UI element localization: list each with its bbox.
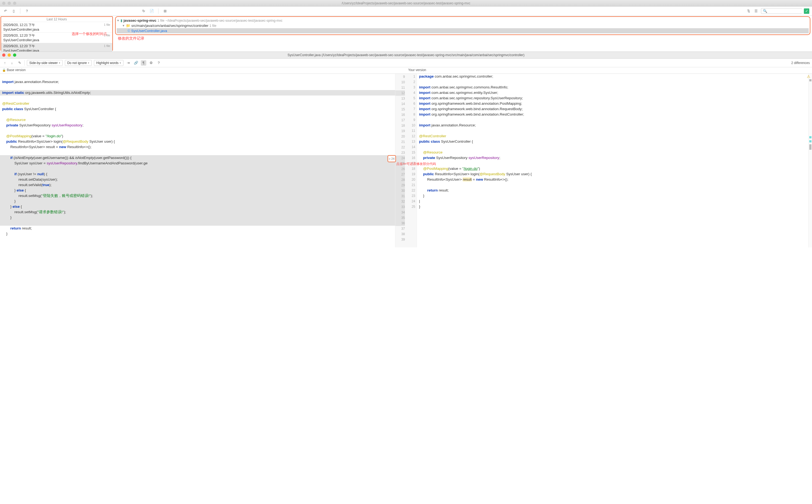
gear-icon[interactable]: ⚙: [148, 60, 154, 66]
code-line[interactable]: if (sysUser != null) {: [0, 171, 395, 177]
checkmark-icon[interactable]: ✓: [804, 8, 809, 14]
close-dot[interactable]: [2, 2, 5, 5]
help-icon[interactable]: ?: [24, 8, 30, 14]
whitespace-icon[interactable]: ¶: [141, 60, 146, 66]
code-line[interactable]: if (isNotEmpty(user.getUsername()) && is…: [0, 155, 395, 161]
code-line[interactable]: @PostMapping(value = "/login.do"): [0, 133, 395, 139]
copy-icon[interactable]: 📄: [149, 8, 154, 14]
refresh-icon[interactable]: ↻: [141, 8, 146, 14]
apply-change-button[interactable]: 24: [387, 155, 396, 162]
code-line[interactable]: }: [0, 215, 395, 220]
code-line[interactable]: [0, 85, 395, 90]
scroll-strip[interactable]: ⚠: [808, 74, 812, 247]
code-line[interactable]: |: [417, 199, 808, 204]
code-line[interactable]: result.setMsg("请求参数错误!");: [0, 209, 395, 215]
viewer-mode-dropdown[interactable]: Side-by-side viewer: [27, 60, 63, 66]
gutter-line-number: 11: [395, 85, 405, 90]
right-code-area[interactable]: package com.anbai.sec.springmvc.controll…: [417, 74, 808, 247]
strip-mark[interactable]: [809, 144, 811, 150]
collapse-icon[interactable]: ⇥: [126, 60, 131, 66]
code-line[interactable]: [417, 161, 808, 166]
max-dot[interactable]: [13, 53, 16, 57]
code-line[interactable]: [0, 128, 395, 133]
code-line[interactable]: package com.anbai.sec.springmvc.controll…: [417, 74, 808, 79]
code-line[interactable]: import com.anbai.sec.springmvc.commons.R…: [417, 85, 808, 90]
code-line[interactable]: }: [0, 231, 395, 237]
code-line[interactable]: ResultInfo<SysUser> result = new ResultI…: [417, 177, 808, 182]
filter-icon[interactable]: ⊞: [162, 8, 168, 14]
left-code-area[interactable]: import javax.annotation.Resource; import…: [0, 74, 395, 247]
tree-root-row[interactable]: ▼ ▮ javasec-spring-mvc 1 file ~/IdeaProj…: [117, 18, 809, 23]
code-line[interactable]: }: [417, 204, 808, 209]
code-line[interactable]: SysUser sysUser = sysUserRepository.find…: [0, 161, 395, 166]
code-line[interactable]: result.setData(sysUser);: [0, 177, 395, 182]
min-dot[interactable]: [8, 53, 11, 57]
code-line[interactable]: private SysUserRepository sysUserReposit…: [417, 155, 808, 161]
code-line[interactable]: private SysUserRepository sysUserReposit…: [0, 123, 395, 128]
code-line[interactable]: result.setMsg("登陆失败，账号或密码错误!");: [0, 193, 395, 199]
code-line[interactable]: } else {: [0, 204, 395, 209]
code-line[interactable]: import org.springframework.web.bind.anno…: [417, 106, 808, 112]
code-line[interactable]: public ResultInfo<SysUser> login(@Reques…: [417, 171, 808, 177]
sync-scroll-icon[interactable]: 🔗: [133, 60, 139, 66]
code-line[interactable]: ResultInfo<SysUser> result = new ResultI…: [0, 144, 395, 150]
strip-mark[interactable]: [809, 140, 811, 142]
help-icon[interactable]: ?: [156, 60, 161, 66]
search-input[interactable]: [768, 9, 809, 13]
code-line[interactable]: import static org.javaweb.utils.StringUt…: [0, 90, 395, 95]
code-line[interactable]: @RestController: [417, 133, 808, 139]
code-line[interactable]: import com.anbai.sec.springmvc.entity.Sy…: [417, 90, 808, 95]
code-line[interactable]: public class SysUserController {: [0, 106, 395, 112]
code-line[interactable]: return result;: [417, 188, 808, 193]
history-entry[interactable]: 2020/9/20, 12:20 下午 SysUserController.ja…: [1, 33, 112, 43]
code-line[interactable]: result.setValid(true);: [0, 182, 395, 188]
code-line[interactable]: [417, 79, 808, 85]
code-line[interactable]: }: [417, 193, 808, 199]
max-dot[interactable]: [13, 2, 16, 5]
code-line[interactable]: [0, 74, 395, 79]
code-line[interactable]: [417, 117, 808, 123]
code-line[interactable]: @RestController: [0, 101, 395, 106]
code-line[interactable]: [417, 182, 808, 188]
close-dot[interactable]: [2, 53, 5, 57]
code-line[interactable]: [0, 166, 395, 171]
settings1-icon[interactable]: ⇅: [746, 8, 751, 14]
prev-diff-icon[interactable]: ↑: [2, 60, 8, 66]
code-line[interactable]: import com.anbai.sec.springmvc.repositor…: [417, 95, 808, 101]
code-line[interactable]: [0, 220, 395, 226]
code-line[interactable]: } else {: [0, 188, 395, 193]
doc-icon[interactable]: ▯: [11, 8, 16, 14]
code-line[interactable]: import javax.annotation.Resource;: [417, 123, 808, 128]
edit-icon[interactable]: ✎: [17, 60, 22, 66]
code-line[interactable]: [0, 95, 395, 101]
undo-icon[interactable]: ↶: [3, 8, 8, 14]
highlight-mode-dropdown[interactable]: Highlight words: [94, 60, 123, 66]
code-line[interactable]: import org.springframework.web.bind.anno…: [417, 101, 808, 106]
code-line[interactable]: import javax.annotation.Resource;: [0, 79, 395, 85]
code-line[interactable]: public ResultInfo<SysUser> login(@Reques…: [0, 139, 395, 144]
min-dot[interactable]: [8, 2, 11, 5]
code-line[interactable]: @Resource: [417, 150, 808, 155]
search-box[interactable]: 🔍: [761, 8, 802, 14]
code-line[interactable]: [0, 237, 395, 242]
ignore-mode-dropdown[interactable]: Do not ignore: [65, 60, 92, 66]
code-line[interactable]: import org.springframework.web.bind.anno…: [417, 112, 808, 117]
code-line[interactable]: @PostMapping(value = "/login.do"): [417, 166, 808, 171]
history-entry[interactable]: 2020/9/20, 12:21 下午 SysUserController.ja…: [1, 22, 112, 33]
expand-icon[interactable]: ▼: [117, 19, 119, 22]
code-line[interactable]: @Resource: [0, 117, 395, 123]
code-line[interactable]: }: [0, 199, 395, 204]
code-line[interactable]: [417, 128, 808, 133]
code-line[interactable]: [0, 112, 395, 117]
code-line[interactable]: public class SysUserController {: [417, 139, 808, 144]
code-line[interactable]: return result;: [0, 226, 395, 231]
tree-file-row[interactable]: © SysUserController.java: [117, 28, 809, 33]
settings2-icon[interactable]: ☰: [753, 8, 759, 14]
code-line[interactable]: [417, 144, 808, 150]
strip-mark[interactable]: [809, 136, 811, 138]
tree-folder-row[interactable]: ▼ 📁 src/main/java/com/anbai/sec/springmv…: [117, 23, 809, 28]
code-line[interactable]: [0, 150, 395, 155]
expand-icon[interactable]: ▼: [122, 24, 125, 27]
strip-mark[interactable]: [809, 79, 811, 81]
next-diff-icon[interactable]: ↓: [9, 60, 15, 66]
